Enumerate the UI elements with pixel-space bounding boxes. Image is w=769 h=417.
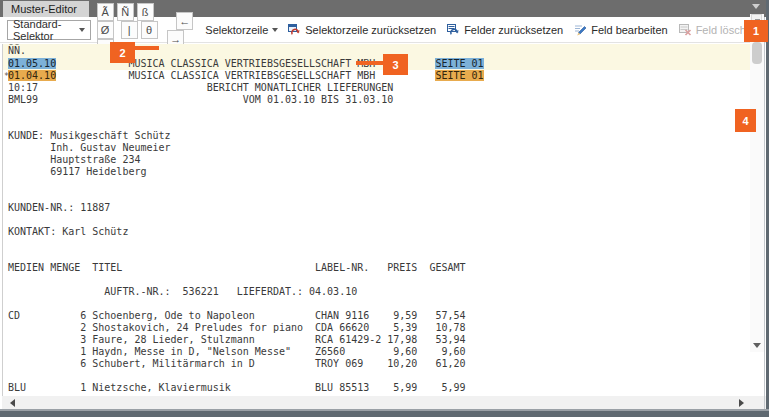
document-line: KUNDE: Musikgeschäft Schütz	[3, 130, 751, 142]
char-button-1[interactable]: Ñ	[117, 3, 134, 21]
delete-field-icon	[679, 23, 692, 36]
document-line: 2 Shostakovich, 24 Preludes for piano CD…	[3, 322, 751, 334]
char-button-2[interactable]: ß	[137, 3, 154, 21]
vertical-scrollbar-thumb[interactable]	[752, 42, 762, 64]
scroll-left-icon[interactable]	[10, 399, 15, 407]
document-line: 1 Haydn, Messe in D, "Nelson Messe" Z656…	[3, 346, 751, 358]
callout-3-badge: 3	[383, 54, 408, 75]
action-button-0[interactable]: Selektorzeile zurücksetzen	[288, 23, 436, 36]
editor-area[interactable]: ÑÑ.01.05.10 MUSICA CLASSICA VERTRIEBSGES…	[2, 44, 766, 396]
chevron-down-icon	[272, 28, 278, 32]
document-view: ÑÑ.01.05.10 MUSICA CLASSICA VERTRIEBSGES…	[3, 44, 766, 394]
text-segment: Inh. Gustav Neumeier	[8, 142, 171, 153]
callout-1-badge: 1	[744, 20, 768, 42]
document-line: *01.04.10 MUSICA CLASSICA VERTRIEBSGESEL…	[3, 70, 751, 82]
document-line: 3 Faure, 28 Lieder, Stulzmann RCA 61429-…	[3, 334, 751, 346]
document-line	[3, 274, 751, 286]
text-segment: KONTAKT: Karl Schütz	[8, 226, 128, 237]
nav-left-button[interactable]: ←	[176, 12, 193, 30]
char-button-3[interactable]: Ø	[97, 21, 114, 39]
document-line	[3, 370, 751, 382]
action-button-1[interactable]: Felder zurücksetzen	[447, 23, 563, 36]
document-line	[3, 178, 751, 190]
document-line: BLU 1 Nietzsche, Klaviermusik BLU 85513 …	[3, 382, 751, 394]
document-line: MEDIEN MENGE TITEL LABEL-NR. PREIS GESAM…	[3, 262, 751, 274]
tabbar-chevron-down-icon[interactable]	[752, 4, 760, 9]
selector-dropdown[interactable]: Standard-Selektor	[7, 20, 91, 40]
document-line: BML99 VOM 01.03.10 BIS 31.03.10	[3, 94, 751, 106]
text-segment: AUFTR.-NR.: 536221 LIEFERDAT.: 04.03.10	[8, 286, 357, 297]
document-line: AUFTR.-NR.: 536221 LIEFERDAT.: 04.03.10	[3, 286, 751, 298]
action-label: Feld bearbeiten	[591, 24, 667, 36]
text-segment: KUNDE: Musikgeschäft Schütz	[8, 130, 171, 141]
edit-field-icon	[574, 23, 587, 36]
muster-editor-window: Muster-Editor Standard-Selektor ÃÑßØ|θ¬ …	[0, 0, 769, 417]
reset-fields-icon	[447, 23, 460, 36]
selektorzeile-menu-button[interactable]: Selektorzeile	[205, 24, 278, 36]
selektorzeile-menu-label: Selektorzeile	[205, 24, 268, 36]
highlighted-field: SEITE 01	[435, 58, 483, 69]
highlighted-field: 01.05.10	[8, 58, 56, 69]
highlighted-field: 01.04.10	[8, 70, 56, 81]
action-button-2[interactable]: Feld bearbeiten	[574, 23, 667, 36]
text-segment: 1 Haydn, Messe in D, "Nelson Messe" Z656…	[8, 346, 466, 357]
action-label: Felder zurücksetzen	[464, 24, 563, 36]
toolbar: Standard-Selektor ÃÑßØ|θ¬ ←→ Selektorzei…	[0, 17, 769, 43]
document-line: Inh. Gustav Neumeier	[3, 142, 751, 154]
document-line: 6 Schubert, Militärmarch in D TROY 069 1…	[3, 358, 751, 370]
selector-dropdown-value: Standard-Selektor	[13, 18, 79, 42]
text-segment: MUSICA CLASSICA VERTRIEBSGESELLSCHAFT MB…	[56, 70, 435, 81]
document-line: CD 6 Schoenberg, Ode to Napoleon CHAN 91…	[3, 310, 751, 322]
document-line	[3, 298, 751, 310]
char-button-4[interactable]: |	[121, 21, 138, 39]
text-segment: 6 Schubert, Militärmarch in D TROY 069 1…	[8, 358, 466, 369]
document-line: KUNDEN-NR.: 11887	[3, 202, 751, 214]
document-line	[3, 190, 751, 202]
text-segment: BML99 VOM 01.03.10 BIS 31.03.10	[8, 94, 393, 105]
scroll-right-icon[interactable]	[739, 399, 744, 407]
document-line	[3, 118, 751, 130]
window-border-right-inner	[764, 17, 765, 409]
scroll-down-icon[interactable]	[753, 343, 761, 348]
text-segment: KUNDEN-NR.: 11887	[8, 202, 110, 213]
document-line	[3, 106, 751, 118]
chevron-down-icon	[79, 28, 85, 32]
document-line	[3, 214, 751, 226]
document-line	[3, 238, 751, 250]
text-segment: 69117 Heidelberg	[8, 166, 146, 177]
vertical-scrollbar[interactable]	[750, 14, 764, 352]
document-line: KONTAKT: Karl Schütz	[3, 226, 751, 238]
char-button-0[interactable]: Ã	[97, 3, 114, 21]
callout-3-connector	[356, 61, 384, 65]
document-line	[3, 250, 751, 262]
document-line: Hauptstraße 234	[3, 154, 751, 166]
horizontal-scrollbar[interactable]	[2, 396, 752, 409]
document-line: 10:17 BERICHT MONATLICHER LIEFERUNGEN	[3, 82, 751, 94]
highlighted-field: SEITE 01	[435, 70, 483, 81]
text-segment: 10:17 BERICHT MONATLICHER LIEFERUNGEN	[8, 82, 393, 93]
text-segment: MEDIEN MENGE TITEL LABEL-NR. PREIS GESAM…	[8, 262, 466, 273]
action-button-group: Selektorzeile zurücksetzenFelder zurücks…	[288, 23, 769, 36]
callout-2-connector	[134, 46, 159, 50]
action-label: Selektorzeile zurücksetzen	[305, 24, 436, 36]
text-segment: ÑÑ.	[8, 45, 26, 56]
text-segment: 2 Shostakovich, 24 Preludes for piano CD…	[8, 322, 466, 333]
callout-2-badge: 2	[110, 42, 135, 63]
text-segment: 3 Faure, 28 Lieder, Stulzmann RCA 61429-…	[8, 334, 466, 345]
char-button-5[interactable]: θ	[141, 21, 158, 39]
text-segment: BLU 1 Nietzsche, Klaviermusik BLU 85513 …	[8, 382, 466, 393]
tab-muster-editor[interactable]: Muster-Editor	[3, 1, 89, 17]
window-border-bottom	[0, 411, 769, 417]
nav-button-group: ←→	[167, 12, 196, 48]
text-segment: Hauptstraße 234	[8, 154, 140, 165]
callout-4-badge: 4	[735, 109, 756, 132]
reset-selector-row-icon	[288, 23, 301, 36]
document-line: 69117 Heidelberg	[3, 166, 751, 178]
text-segment: CD 6 Schoenberg, Ode to Napoleon CHAN 91…	[8, 310, 466, 321]
